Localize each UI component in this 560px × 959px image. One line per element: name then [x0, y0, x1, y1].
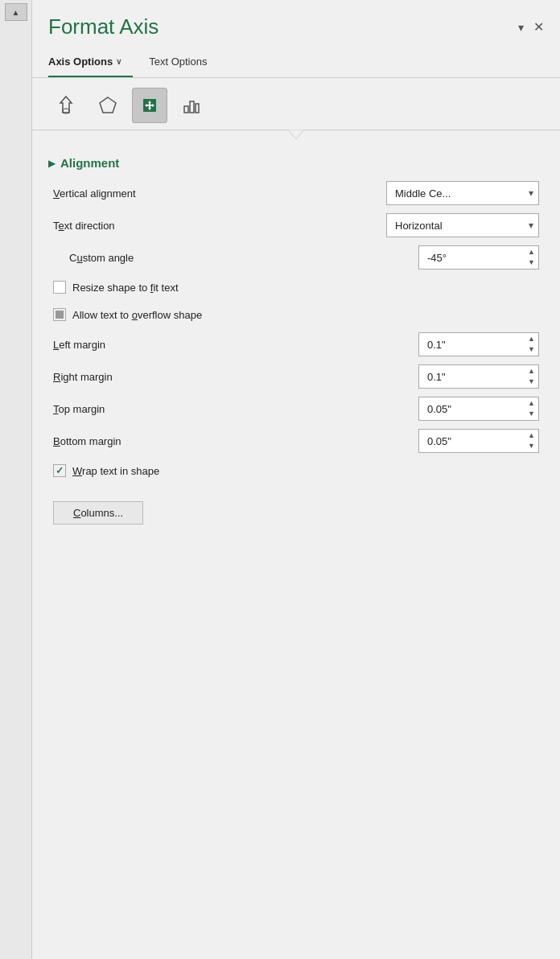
bottom-margin-down-arrow[interactable]: ▼ — [528, 441, 535, 451]
custom-angle-up-arrow[interactable]: ▲ — [528, 247, 535, 257]
top-margin-spinner[interactable]: 0.05" ▲ ▼ — [418, 397, 539, 421]
panel-header-actions: ▾ ✕ — [518, 19, 544, 35]
resize-shape-row: Resize shape to fit text — [48, 278, 544, 297]
top-margin-label: Top margin — [53, 403, 418, 415]
right-margin-control: 0.1" ▲ ▼ — [418, 364, 539, 389]
vertical-alignment-value: Middle Ce... — [395, 187, 451, 200]
allow-overflow-row: Allow text to overflow shape — [48, 305, 544, 324]
vertical-alignment-control: Middle Ce... ▾ — [386, 181, 539, 205]
tab-indicator-arrow — [288, 130, 304, 139]
top-margin-control: 0.05" ▲ ▼ — [418, 397, 539, 421]
panel-content: ▶ Alignment Vertical alignment Middle Ce… — [32, 140, 560, 959]
tab-text-options[interactable]: Text Options — [149, 47, 218, 77]
left-margin-row: Left margin 0.1" ▲ ▼ — [48, 332, 544, 356]
left-margin-up-arrow[interactable]: ▲ — [528, 334, 535, 344]
effects-icon-btn[interactable] — [90, 88, 126, 123]
bottom-margin-control: 0.05" ▲ ▼ — [418, 429, 539, 453]
allow-overflow-label: Allow text to overflow shape — [72, 309, 202, 321]
left-margin-spinner[interactable]: 0.1" ▲ ▼ — [418, 332, 539, 356]
custom-angle-spinner-arrows: ▲ ▼ — [528, 246, 535, 269]
ca-underline-char: u — [76, 252, 82, 264]
svg-rect-11 — [190, 101, 194, 113]
custom-angle-value: -45° — [427, 252, 447, 264]
fill-effects-icon-btn[interactable] — [48, 88, 84, 123]
left-margin-value: 0.1" — [427, 339, 446, 351]
svg-marker-13 — [288, 130, 304, 139]
wrap-text-checkmark: ✓ — [56, 465, 64, 476]
bottom-margin-label: Bottom margin — [53, 435, 418, 447]
wrap-text-row: ✓ Wrap text in shape — [48, 461, 544, 480]
fill-effects-icon — [56, 95, 76, 116]
custom-angle-row: Custom angle -45° ▲ ▼ — [48, 245, 544, 270]
allow-overflow-checkbox[interactable] — [53, 308, 66, 321]
bottom-margin-value: 0.05" — [427, 435, 451, 447]
custom-angle-label: Custom angle — [53, 252, 418, 264]
panel-header: Format Axis ▾ ✕ — [32, 0, 560, 47]
top-margin-down-arrow[interactable]: ▼ — [528, 409, 535, 419]
va-underline-char: V — [53, 187, 60, 200]
panel-chevron-icon[interactable]: ▾ — [518, 21, 524, 34]
axis-options-icon — [181, 95, 202, 116]
left-margin-down-arrow[interactable]: ▼ — [528, 344, 535, 355]
columns-underline-char: C — [73, 507, 80, 519]
bottom-margin-row: Bottom margin 0.05" ▲ ▼ — [48, 429, 544, 453]
alignment-section-header: ▶ Alignment — [48, 156, 544, 170]
columns-button-wrapper: Columns... — [48, 488, 544, 525]
top-margin-row: Top margin 0.05" ▲ ▼ — [48, 397, 544, 421]
collapse-icon[interactable]: ▶ — [48, 158, 56, 169]
top-margin-arrows: ▲ ▼ — [528, 397, 535, 420]
custom-angle-down-arrow[interactable]: ▼ — [528, 257, 535, 268]
top-margin-up-arrow[interactable]: ▲ — [528, 398, 535, 409]
axis-options-icon-btn[interactable] — [174, 88, 209, 123]
left-margin-arrows: ▲ ▼ — [528, 333, 535, 356]
vertical-alignment-chevron-icon: ▾ — [529, 187, 533, 199]
tab-row: Axis Options ∨ Text Options — [32, 47, 560, 78]
bottom-margin-arrows: ▲ ▼ — [528, 430, 535, 452]
bottom-margin-up-arrow[interactable]: ▲ — [528, 430, 535, 441]
scroll-up-button[interactable]: ▲ — [5, 3, 27, 21]
right-margin-row: Right margin 0.1" ▲ ▼ — [48, 364, 544, 389]
format-axis-panel: Format Axis ▾ ✕ Axis Options ∨ Text Opti… — [32, 0, 560, 959]
wrap-text-checkbox[interactable]: ✓ — [53, 464, 66, 477]
svg-rect-12 — [196, 104, 199, 113]
text-direction-control: Horizontal ▾ — [386, 213, 539, 237]
right-margin-spinner[interactable]: 0.1" ▲ ▼ — [418, 364, 539, 389]
text-options-label: Text Options — [149, 56, 207, 68]
right-margin-label: Right margin — [53, 371, 418, 383]
tab-axis-options[interactable]: Axis Options ∨ — [48, 47, 133, 77]
columns-label-rest: olumns... — [80, 507, 123, 519]
resize-shape-checkbox[interactable] — [53, 281, 66, 294]
vertical-alignment-dropdown[interactable]: Middle Ce... ▾ — [386, 181, 539, 205]
svg-marker-2 — [100, 97, 116, 113]
custom-angle-control: -45° ▲ ▼ — [418, 245, 539, 270]
svg-rect-10 — [184, 106, 188, 113]
text-direction-dropdown[interactable]: Horizontal ▾ — [386, 213, 539, 237]
panel-title: Format Axis — [48, 14, 159, 39]
text-direction-label: Text direction — [53, 220, 386, 232]
resize-shape-label: Resize shape to fit text — [72, 282, 179, 294]
panel-close-button[interactable]: ✕ — [533, 19, 544, 35]
left-margin-control: 0.1" ▲ ▼ — [418, 332, 539, 356]
size-properties-icon — [139, 95, 160, 116]
vertical-alignment-label: Vertical alignment — [53, 187, 386, 200]
size-properties-icon-btn[interactable] — [132, 88, 167, 123]
svg-rect-9 — [147, 105, 152, 106]
right-margin-value: 0.1" — [427, 371, 446, 383]
axis-options-chevron-icon: ∨ — [116, 57, 121, 66]
text-direction-row: Text direction Horizontal ▾ — [48, 213, 544, 237]
wrap-text-label: Wrap text in shape — [72, 465, 159, 477]
effects-icon — [97, 95, 118, 116]
bottom-margin-spinner[interactable]: 0.05" ▲ ▼ — [418, 429, 539, 453]
right-margin-down-arrow[interactable]: ▼ — [528, 377, 535, 387]
columns-button[interactable]: Columns... — [53, 501, 143, 525]
td-underline-char: e — [59, 220, 64, 232]
icon-row — [32, 78, 560, 123]
left-margin-label: Left margin — [53, 339, 418, 351]
alignment-section-title: Alignment — [60, 156, 119, 170]
axis-options-label: Axis Options — [48, 56, 113, 68]
custom-angle-spinner[interactable]: -45° ▲ ▼ — [418, 245, 539, 270]
right-margin-up-arrow[interactable]: ▲ — [528, 366, 535, 377]
text-direction-value: Horizontal — [395, 220, 443, 232]
vertical-alignment-row: Vertical alignment Middle Ce... ▾ — [48, 181, 544, 205]
top-margin-value: 0.05" — [427, 403, 451, 415]
